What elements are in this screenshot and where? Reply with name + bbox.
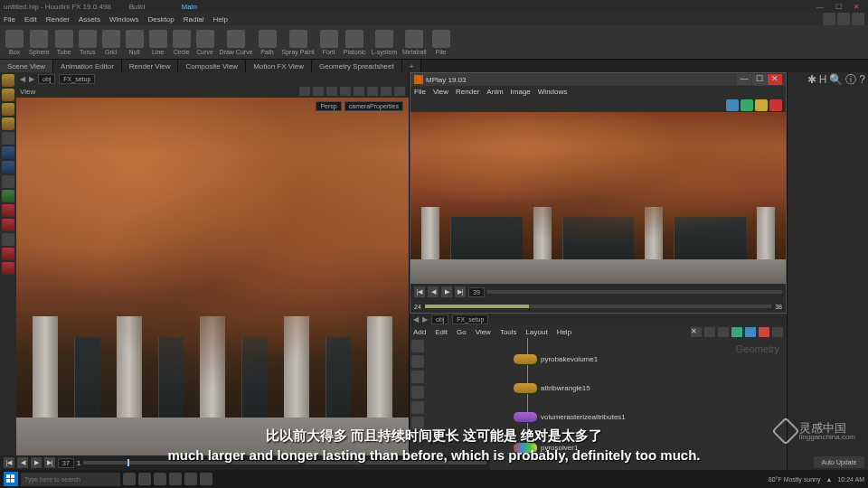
node-volumerasterize[interactable]: volumerasterizeattributes1 <box>514 412 626 422</box>
net-tool-icon[interactable] <box>704 327 715 337</box>
start-button[interactable] <box>4 472 18 486</box>
task-icon[interactable] <box>138 473 151 485</box>
arrow-icon[interactable] <box>2 132 14 145</box>
mplay-tool-icon[interactable] <box>769 99 782 111</box>
net-tool-icon[interactable] <box>718 327 729 337</box>
vp-icon[interactable] <box>394 87 405 96</box>
net-menu-view[interactable]: View <box>476 328 491 336</box>
menu-edit[interactable]: Edit <box>24 15 37 23</box>
tab-composite[interactable]: Composite View <box>178 60 246 72</box>
prev-frame-button[interactable]: ◀ <box>428 286 439 297</box>
vp-icon[interactable] <box>299 87 310 96</box>
rotate-icon[interactable] <box>2 103 14 116</box>
node-pyrosolver[interactable]: pyrosolver1 <box>514 443 578 453</box>
play-button[interactable]: ▶ <box>441 286 452 297</box>
task-icon[interactable] <box>169 473 182 485</box>
cloud-icon[interactable] <box>823 13 835 25</box>
tray-icon[interactable]: ▲ <box>826 476 832 483</box>
tl-next-button[interactable]: ▶| <box>44 457 55 468</box>
vp-icon[interactable] <box>326 87 337 96</box>
pyro-icon[interactable] <box>2 219 14 231</box>
render-icon[interactable] <box>837 13 850 25</box>
scale-icon[interactable] <box>2 117 14 130</box>
mplay-viewport[interactable] <box>410 112 786 284</box>
menu-help[interactable]: Help <box>212 15 227 23</box>
net-side-icon[interactable] <box>411 355 424 368</box>
shelf-torus[interactable]: Torus <box>79 30 97 55</box>
net-side-icon[interactable] <box>411 371 424 383</box>
menu-radial[interactable]: Radial <box>184 15 204 23</box>
node-attribwrangle[interactable]: attribwrangle15 <box>514 383 590 393</box>
minimize-button[interactable]: — <box>812 3 828 11</box>
shelf-file[interactable]: File <box>432 30 450 55</box>
help-icon[interactable]: ? <box>859 73 865 86</box>
task-icon[interactable] <box>200 473 212 485</box>
net-side-icon[interactable] <box>411 340 424 352</box>
select-icon[interactable] <box>2 74 14 87</box>
tab-scene-view[interactable]: Scene View <box>0 60 53 72</box>
net-tool-icon[interactable] <box>731 327 742 337</box>
mplay-tool-icon[interactable] <box>755 99 768 111</box>
tab-motionfx[interactable]: Motion FX View <box>246 60 312 72</box>
shelf-circle[interactable]: Circle <box>173 30 191 55</box>
mplay-menu-file[interactable]: File <box>414 88 426 96</box>
shelf-path[interactable]: Path <box>259 30 277 55</box>
node-pyrobake[interactable]: pyrobakevolume1 <box>514 354 598 364</box>
misc-icon[interactable] <box>2 233 14 246</box>
shelf-sphere[interactable]: Sphere <box>29 30 50 55</box>
path-back-icon[interactable]: ◀ <box>20 75 25 83</box>
tl-frame[interactable]: 37 <box>58 458 74 468</box>
vp-icon[interactable] <box>313 87 324 96</box>
mplay-menu-anim[interactable]: Anim <box>486 88 503 96</box>
tool-icon[interactable] <box>2 146 14 159</box>
net-tool-icon[interactable]: ✕ <box>691 327 702 337</box>
net-menu-edit[interactable]: Edit <box>435 328 448 336</box>
frame-slider[interactable] <box>487 290 782 294</box>
tool2-icon[interactable] <box>2 161 14 174</box>
first-frame-button[interactable]: |◀ <box>414 286 425 297</box>
menu-windows[interactable]: Windows <box>109 15 138 23</box>
net-back-icon[interactable]: ◀ <box>413 315 419 324</box>
search-icon[interactable]: 🔍 <box>829 73 843 86</box>
sim-icon[interactable] <box>2 204 14 217</box>
frame-field[interactable]: 39 <box>468 287 485 297</box>
shelf-box[interactable]: Box <box>5 30 24 55</box>
mplay-menu-windows[interactable]: Windows <box>538 88 567 96</box>
tl-prev-button[interactable]: ◀ <box>17 457 28 468</box>
move-icon[interactable] <box>2 89 14 101</box>
shelf-metaball[interactable]: Metaball <box>402 30 426 55</box>
net-side-icon[interactable] <box>411 401 424 414</box>
vp-icon[interactable] <box>340 87 351 96</box>
shelf-tube[interactable]: Tube <box>55 30 73 55</box>
mplay-menu-render[interactable]: Render <box>456 88 479 96</box>
weather[interactable]: 80°F Mostly sunny <box>769 476 821 483</box>
task-icon[interactable] <box>184 473 197 485</box>
shelf-curve[interactable]: Curve <box>196 30 214 55</box>
mplay-menu-view[interactable]: View <box>433 88 448 96</box>
net-side-icon[interactable] <box>411 417 424 429</box>
shelf-null[interactable]: Null <box>126 30 144 55</box>
shelf-lsystem[interactable]: L-system <box>372 30 397 55</box>
menu-render[interactable]: Render <box>46 15 70 23</box>
net-tool-icon[interactable] <box>759 327 769 337</box>
tab-render-view[interactable]: Render View <box>122 60 179 72</box>
clock[interactable]: 10:24 AM <box>837 476 864 483</box>
vp-icon[interactable] <box>381 87 392 96</box>
net-menu-add[interactable]: Add <box>413 328 426 336</box>
network-canvas[interactable]: Geometry pyrobakevolume1 attribwrangle15… <box>410 338 787 470</box>
tab-animation[interactable]: Animation Editor <box>53 60 122 72</box>
shelf-spraypaint[interactable]: Spray Paint <box>282 30 315 55</box>
mplay-max-button[interactable]: ☐ <box>752 74 767 85</box>
net-menu-go[interactable]: Go <box>457 328 467 336</box>
gear-icon[interactable]: ✱ <box>807 73 816 86</box>
shelf-line[interactable]: Line <box>149 30 167 55</box>
net-path-scene[interactable]: FX_setup <box>452 314 488 324</box>
camera-icon[interactable] <box>852 13 864 25</box>
shelf-platonic[interactable]: Platonic <box>344 30 366 55</box>
view-label[interactable]: View <box>20 88 35 96</box>
path-obj[interactable]: obj <box>38 74 55 84</box>
vp-icon[interactable] <box>367 87 378 96</box>
mplay-min-button[interactable]: — <box>737 74 751 85</box>
vp-icon[interactable] <box>354 87 364 96</box>
mplay-close-button[interactable]: ✕ <box>768 74 782 85</box>
